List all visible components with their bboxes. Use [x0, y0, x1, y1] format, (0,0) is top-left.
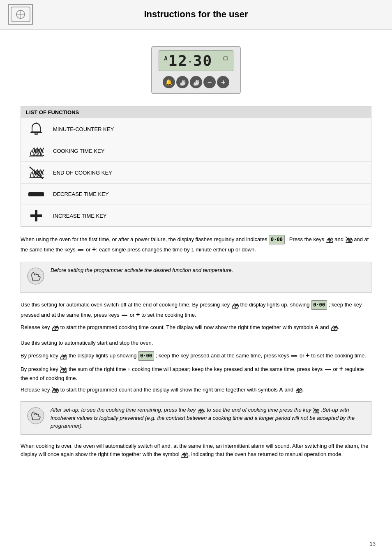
oven-display: A12·30 🔔	[151, 46, 241, 94]
auto-section: Use this setting to automatically start …	[21, 339, 371, 394]
function-row-minus: DECREASE TIME KEY	[21, 183, 371, 205]
inline-display-0-00-2: 0·00	[311, 300, 327, 310]
inline-flame-icon-4	[330, 324, 338, 331]
oven-buttons: 🔔 −	[159, 74, 233, 90]
inline-plus-text: +	[92, 246, 96, 253]
function-label-bell: MINUTE-COUNTER KEY	[53, 126, 114, 132]
function-row-plus: INCREASE TIME KEY	[21, 205, 371, 226]
inline-flame-icon-2	[231, 302, 239, 309]
function-label-flame: COOKING TIME KEY	[53, 148, 104, 154]
endcook-icon	[26, 165, 46, 180]
function-label-plus: INCREASE TIME KEY	[53, 213, 107, 219]
note-text-2: After set-up, to see the cooking time re…	[51, 406, 365, 430]
svg-point-7	[35, 133, 38, 135]
inline-flame-note	[197, 407, 204, 414]
svg-rect-4	[224, 57, 228, 60]
inline-flame-icon-auto3	[295, 386, 302, 394]
bell-button-display[interactable]: 🔔	[163, 76, 175, 88]
svg-point-26	[28, 408, 44, 424]
minus-button-display[interactable]: −	[203, 76, 216, 88]
note-box-1: Before setting the programmer activate t…	[21, 262, 371, 293]
endcook-button-display[interactable]	[190, 76, 202, 88]
display-0-00: 0·00	[269, 235, 285, 244]
function-row-endcook: END OF COOKING KEY	[21, 161, 371, 183]
functions-section: LIST OF FUNCTIONS MINUTE-COUNTER KEY	[21, 106, 371, 227]
hand-icon-1	[27, 267, 45, 288]
display-area: A12·30 🔔	[21, 46, 371, 94]
svg-rect-6	[32, 131, 40, 133]
inline-flame-icon-auto1	[60, 352, 67, 360]
note-text-1: Before setting the programmer activate t…	[51, 266, 233, 274]
functions-header: LIST OF FUNCTIONS	[21, 107, 371, 118]
function-label-minus: DECREASE TIME KEY	[53, 191, 109, 197]
inline-endcook-note	[313, 407, 319, 414]
plus-button-display[interactable]: +	[217, 76, 229, 88]
intro-paragraph: When using the oven for the first time, …	[21, 235, 371, 254]
function-row-bell: MINUTE-COUNTER KEY	[21, 118, 371, 140]
plus-icon	[26, 208, 46, 223]
inline-flame-icon-3	[51, 324, 59, 331]
inline-minus-icon	[78, 249, 83, 251]
inline-display-0-00-auto: 0·00	[138, 351, 154, 361]
hand-icon-2	[27, 407, 45, 428]
oven-screen: A12·30	[159, 50, 233, 71]
inline-endcook-icon-auto2	[51, 386, 59, 394]
page-header: Instructions for the user	[0, 0, 392, 30]
main-content: A12·30 🔔	[0, 30, 392, 474]
function-row-flame: COOKING TIME KEY	[21, 140, 371, 161]
note-box-2: After set-up, to see the cooking time re…	[21, 401, 371, 435]
minus-icon	[26, 192, 46, 196]
svg-point-16	[28, 268, 44, 284]
cooking-button-display[interactable]	[176, 76, 189, 88]
inline-endcook-icon-auto	[60, 366, 67, 373]
svg-rect-12	[30, 214, 42, 217]
flame-icon	[26, 143, 46, 158]
function-label-endcook: END OF COOKING KEY	[53, 170, 112, 176]
bell-icon	[26, 122, 46, 136]
intro-text: When using the oven for the first time, …	[21, 236, 267, 242]
end-section: When cooking is over, the oven will auto…	[21, 442, 371, 458]
inline-minus-2	[122, 315, 127, 316]
inline-flame-end	[181, 451, 188, 458]
inline-flame-icon	[326, 236, 333, 243]
cooking-time-section: Use this setting for automatic oven swit…	[21, 300, 371, 332]
inline-endcook-icon-intro	[345, 236, 353, 243]
page-title: Instructions for the user	[41, 9, 384, 20]
brand-logo	[8, 4, 33, 25]
page-number: 13	[370, 541, 376, 547]
inline-minus-auto2	[325, 369, 331, 370]
inline-minus-auto	[291, 355, 297, 357]
